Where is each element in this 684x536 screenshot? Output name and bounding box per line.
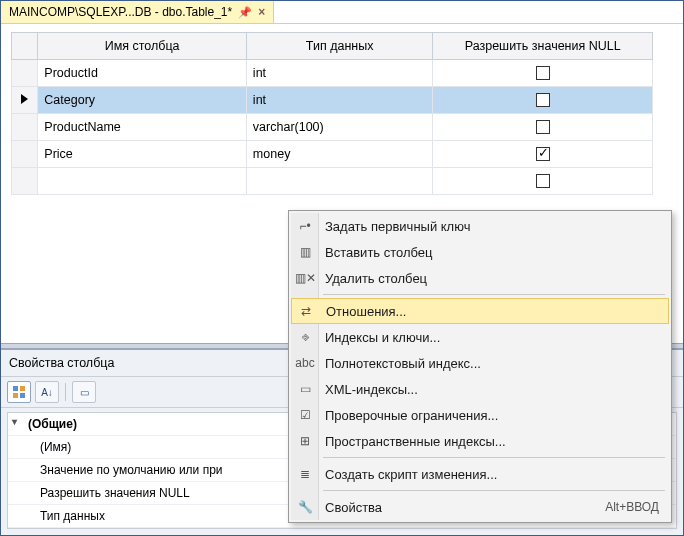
cell-column-name[interactable]: Category [38,87,247,114]
menu-item-xml-idx[interactable]: ▭XML-индексы... [291,376,669,402]
menu-item-relations[interactable]: ⇄Отношения... [291,298,669,324]
checkbox-icon[interactable] [536,147,550,161]
index-icon: ⎆ [296,328,314,346]
tab-title: MAINCOMP\SQLEXP...DB - dbo.Table_1* [9,5,232,19]
table-row[interactable]: Categoryint [12,87,653,114]
menu-item-label: Отношения... [326,304,406,319]
pin-icon[interactable]: 📌 [238,6,252,19]
menu-item-label: Пространственные индексы... [325,434,506,449]
menu-item-indexes[interactable]: ⎆Индексы и ключи... [291,324,669,350]
menu-separator [323,490,665,491]
cell-allow-nulls[interactable] [433,114,653,141]
menu-item-label: Вставить столбец [325,245,433,260]
menu-item-script[interactable]: ≣Создать скрипт изменения... [291,461,669,487]
close-icon[interactable]: × [258,5,265,19]
spatial-icon: ⊞ [296,432,314,450]
row-header[interactable] [12,141,38,168]
context-menu: ⌐•Задать первичный ключ▥Вставить столбец… [288,210,672,523]
table-row[interactable]: ProductNamevarchar(100) [12,114,653,141]
menu-item-label: Индексы и ключи... [325,330,440,345]
property-pages-button[interactable]: ▭ [72,381,96,403]
menu-item-fulltext[interactable]: abcПолнотекстовый индекс... [291,350,669,376]
menu-separator [323,294,665,295]
menu-item-label: Удалить столбец [325,271,427,286]
cell-allow-nulls[interactable] [433,141,653,168]
cell-data-type[interactable]: money [246,141,433,168]
col-header-nulls[interactable]: Разрешить значения NULL [433,33,653,60]
checkbox-icon[interactable] [536,120,550,134]
document-tab[interactable]: MAINCOMP\SQLEXP...DB - dbo.Table_1* 📌 × [1,1,274,23]
menu-item-delete-col[interactable]: ▥✕Удалить столбец [291,265,669,291]
row-header[interactable] [12,87,38,114]
cell-data-type[interactable]: varchar(100) [246,114,433,141]
cell-data-type[interactable]: int [246,87,433,114]
columns-designer: Имя столбца Тип данных Разрешить значени… [1,24,683,195]
menu-item-label: Проверочные ограничения... [325,408,498,423]
menu-item-set-pk[interactable]: ⌐•Задать первичный ключ [291,213,669,239]
menu-item-spatial[interactable]: ⊞Пространственные индексы... [291,428,669,454]
row-header[interactable] [12,114,38,141]
menu-item-label: XML-индексы... [325,382,418,397]
col-header-type[interactable]: Тип данных [246,33,433,60]
table-row[interactable]: Pricemoney [12,141,653,168]
categorized-button[interactable] [7,381,31,403]
cell-column-name[interactable]: Price [38,141,247,168]
svg-rect-2 [13,393,18,398]
menu-item-shortcut: Alt+ВВОД [605,500,659,514]
cell-data-type[interactable]: int [246,60,433,87]
menu-item-insert-col[interactable]: ▥Вставить столбец [291,239,669,265]
menu-item-label: Полнотекстовый индекс... [325,356,481,371]
wrench-icon: 🔧 [296,498,314,516]
columns-table[interactable]: Имя столбца Тип данных Разрешить значени… [11,32,653,195]
col-header-name[interactable]: Имя столбца [38,33,247,60]
checkbox-icon[interactable] [536,93,550,107]
checkbox-icon[interactable] [536,174,550,188]
alphabetical-button[interactable]: A↓ [35,381,59,403]
script-icon: ≣ [296,465,314,483]
tab-bar: MAINCOMP\SQLEXP...DB - dbo.Table_1* 📌 × [1,1,683,24]
cell-column-name[interactable]: ProductId [38,60,247,87]
check-icon: ☑ [296,406,314,424]
insert-col-icon: ▥ [296,243,314,261]
menu-item-check[interactable]: ☑Проверочные ограничения... [291,402,669,428]
menu-item-label: Свойства [325,500,382,515]
menu-item-label: Создать скрипт изменения... [325,467,497,482]
menu-separator [323,457,665,458]
cell-column-name[interactable]: ProductName [38,114,247,141]
svg-rect-3 [20,393,25,398]
svg-rect-0 [13,386,18,391]
svg-rect-1 [20,386,25,391]
key-icon: ⌐• [296,217,314,235]
menu-item-properties[interactable]: 🔧СвойстваAlt+ВВОД [291,494,669,520]
table-row-new[interactable] [12,168,653,195]
row-header[interactable] [12,60,38,87]
xml-icon: ▭ [296,380,314,398]
relation-icon: ⇄ [297,302,315,320]
fulltext-icon: abc [296,354,314,372]
cell-allow-nulls[interactable] [433,60,653,87]
cell-allow-nulls[interactable] [433,87,653,114]
checkbox-icon[interactable] [536,66,550,80]
delete-col-icon: ▥✕ [296,269,314,287]
row-header-blank [12,33,38,60]
menu-item-label: Задать первичный ключ [325,219,470,234]
row-indicator-icon [21,94,28,104]
table-row[interactable]: ProductIdint [12,60,653,87]
